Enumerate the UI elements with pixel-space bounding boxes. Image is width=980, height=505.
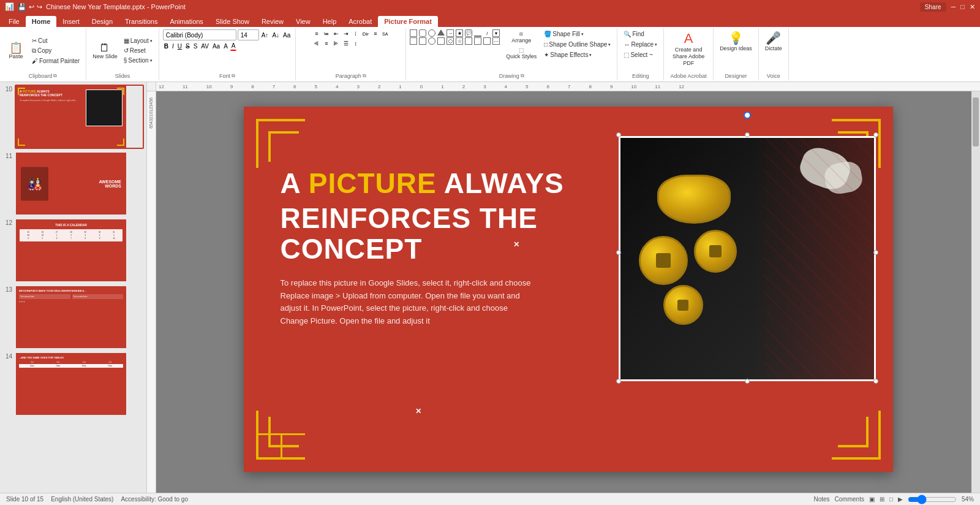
shape-oval[interactable]: [428, 29, 435, 37]
justify-button[interactable]: ☰: [342, 39, 350, 48]
reset-button[interactable]: ↺ Reset: [121, 46, 155, 55]
highlight-button[interactable]: A: [222, 42, 229, 50]
copy-button[interactable]: ⧉ Copy: [29, 46, 82, 56]
slide-canvas[interactable]: A Picture Always Reinforces the Concept …: [244, 107, 893, 472]
italic-button[interactable]: I: [171, 42, 175, 50]
numbered-list-button[interactable]: ≔: [322, 29, 331, 38]
arrange-button[interactable]: ⧈ Arrange: [503, 29, 539, 45]
shape-effects-button[interactable]: ✦ Shape Effects ▾: [541, 50, 613, 59]
slide-img-10[interactable]: A PICTURE ALWAYSREINFORCES THE CONCEPT T…: [15, 85, 144, 149]
font-color-button[interactable]: A: [230, 42, 237, 51]
move-handle-1[interactable]: ✕: [513, 240, 519, 249]
section-button[interactable]: § Section ▾: [121, 56, 155, 65]
handle-tm[interactable]: [745, 132, 750, 137]
font-size-btn2[interactable]: Aa: [211, 42, 221, 50]
view-reading-icon[interactable]: □: [889, 496, 893, 503]
columns-button[interactable]: ⫶: [352, 29, 360, 38]
font-expand-icon[interactable]: ⧉: [232, 73, 235, 79]
slide-text-content[interactable]: A Picture Always Reinforces the Concept …: [281, 168, 605, 328]
shape-11[interactable]: ⋯: [492, 37, 500, 45]
slide-img-11[interactable]: AWESOMEWORDS 🎎: [15, 151, 144, 216]
align-center-button[interactable]: ≡: [322, 39, 331, 48]
text-direction-button[interactable]: Dir: [361, 29, 370, 38]
shape-star[interactable]: ★: [456, 29, 463, 37]
paragraph-expand-icon[interactable]: ⧉: [363, 73, 366, 79]
convert-smartart-button[interactable]: SA: [381, 29, 390, 38]
handle-mr[interactable]: [873, 250, 878, 255]
notes-button[interactable]: Notes: [813, 496, 829, 503]
paste-button[interactable]: 📋 Paste: [4, 41, 28, 61]
underline-button[interactable]: U: [176, 42, 183, 50]
tab-transitions[interactable]: Transitions: [119, 16, 164, 27]
save-icon[interactable]: 💾: [18, 3, 26, 11]
shadow-button[interactable]: S: [192, 42, 199, 50]
comments-button[interactable]: Comments: [835, 496, 864, 503]
slide-thumb-11[interactable]: 11 AWESOMEWORDS 🎎: [2, 151, 144, 216]
shape-6[interactable]: ⬡: [447, 37, 454, 45]
rotate-handle[interactable]: [744, 112, 751, 119]
shape-5[interactable]: [437, 37, 445, 45]
new-slide-button[interactable]: 🗒 New Slide: [90, 41, 120, 61]
tab-help[interactable]: Help: [317, 16, 343, 27]
increase-font-button[interactable]: A↑: [260, 31, 270, 39]
shape-7[interactable]: ☆: [456, 37, 463, 45]
char-spacing-button[interactable]: AV: [200, 42, 210, 50]
redo-icon[interactable]: ↪: [37, 3, 42, 11]
tab-animations[interactable]: Animations: [164, 16, 209, 27]
font-size-input[interactable]: [238, 29, 259, 40]
tab-slideshow[interactable]: Slide Show: [209, 16, 255, 27]
shape-3[interactable]: [419, 37, 426, 45]
shape-fill-button[interactable]: 🪣 Shape Fill ▾: [541, 29, 613, 39]
shape-10[interactable]: [483, 37, 491, 45]
slide-thumb-14[interactable]: 14 ...AND THE SAME GOES FOR TABLES Col C…: [2, 352, 144, 416]
clipboard-expand-icon[interactable]: ⧉: [53, 73, 57, 79]
shape-triangle[interactable]: [437, 29, 445, 36]
handle-tr[interactable]: [873, 132, 878, 137]
shape-callout[interactable]: 💬: [465, 29, 472, 37]
view-normal-icon[interactable]: ▣: [869, 496, 875, 503]
handle-bm[interactable]: [745, 379, 750, 384]
picture-container[interactable]: [619, 124, 876, 381]
handle-tl[interactable]: [616, 132, 621, 137]
tab-acrobat[interactable]: Acrobat: [342, 16, 378, 27]
bullet-list-button[interactable]: ≡: [312, 29, 321, 38]
bold-button[interactable]: B: [163, 42, 170, 50]
slide-thumb-10[interactable]: 10 A PICTURE ALWAYSREINFORCES THE CONCEP…: [2, 85, 144, 149]
shape-4[interactable]: [428, 37, 435, 45]
replace-button[interactable]: ↔ Replace ▾: [621, 40, 660, 49]
shape-rect[interactable]: [410, 29, 417, 37]
slide-thumb-12[interactable]: 12 THIS IS A CALENDAR 25262728293031 282…: [2, 218, 144, 283]
maximize-icon[interactable]: □: [960, 3, 965, 10]
tab-design[interactable]: Design: [86, 16, 119, 27]
find-button[interactable]: 🔍 Find: [621, 29, 660, 39]
picture-box[interactable]: [619, 136, 876, 381]
cut-button[interactable]: ✂ Cut: [29, 36, 82, 45]
shape-rtarrow[interactable]: →: [447, 29, 454, 37]
clear-format-button[interactable]: Aa: [282, 31, 292, 39]
tab-picture-format[interactable]: Picture Format: [378, 16, 438, 27]
tab-file[interactable]: File: [2, 16, 26, 27]
font-name-input[interactable]: [163, 29, 236, 40]
decrease-font-button[interactable]: A↓: [271, 31, 281, 39]
strikethrough-button[interactable]: S: [184, 42, 191, 50]
canvas-area[interactable]: 1211109876543210123456789101112 65432101…: [147, 82, 980, 493]
design-ideas-button[interactable]: 💡 Design Ideas: [717, 29, 755, 53]
align-text-button[interactable]: ≡: [371, 29, 380, 38]
handle-ml[interactable]: [616, 250, 621, 255]
close-icon[interactable]: ✕: [970, 3, 975, 11]
create-share-pdf-button[interactable]: A Create and Share Adobe PDF: [668, 29, 709, 67]
drawing-expand-icon[interactable]: ⧉: [521, 73, 524, 79]
shape-line[interactable]: [474, 29, 481, 37]
decrease-indent-button[interactable]: ⇤: [332, 29, 341, 38]
shape-more[interactable]: ▾: [492, 29, 500, 37]
slide-img-12[interactable]: THIS IS A CALENDAR 25262728293031 282912…: [15, 218, 144, 283]
share-button[interactable]: Share: [920, 2, 946, 12]
scrollbar-thumb-v[interactable]: [973, 97, 979, 146]
shape-8[interactable]: [465, 37, 472, 45]
increase-indent-button[interactable]: ⇥: [342, 29, 350, 38]
minimize-icon[interactable]: ─: [951, 3, 956, 10]
dictate-button[interactable]: 🎤 Dictate: [763, 29, 785, 53]
shape-2[interactable]: [410, 37, 417, 45]
shape-9[interactable]: [474, 37, 481, 45]
shape-outline-button[interactable]: □ Shape Outline Shape ▾: [541, 40, 613, 49]
